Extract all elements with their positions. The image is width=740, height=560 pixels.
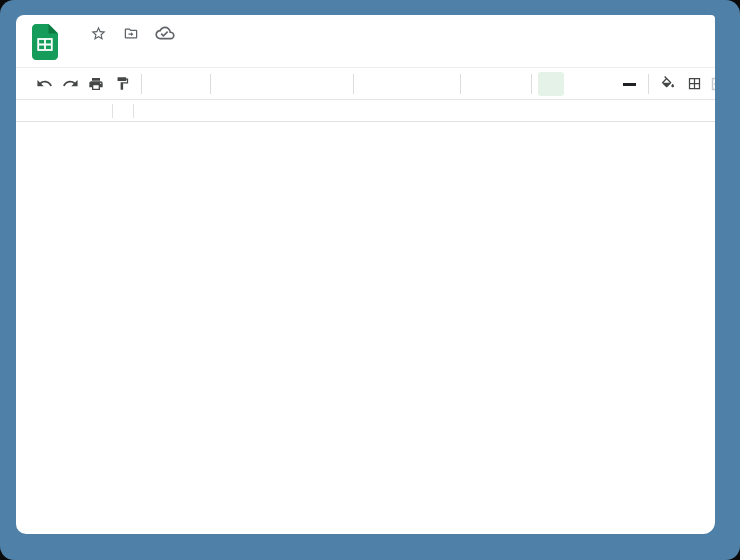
italic-button[interactable] [564,72,590,96]
formula-separator [133,104,134,118]
menu-bar [68,47,715,67]
move-to-folder-icon[interactable] [122,26,140,41]
formula-input[interactable] [144,100,715,121]
title-row [75,21,175,45]
toolbar-separator [353,74,354,94]
print-button[interactable] [83,72,109,96]
toolbar [16,68,715,100]
undo-button[interactable] [31,72,57,96]
sheets-window [16,15,715,534]
merge-cells-button[interactable] [707,72,715,96]
paint-format-button[interactable] [109,72,135,96]
strikethrough-button[interactable] [590,72,616,96]
number-format-button[interactable] [321,72,347,96]
title-bar [16,15,715,68]
zoom-select[interactable] [148,72,204,96]
increase-decimal-button[interactable] [295,72,321,96]
decrease-decimal-button[interactable] [269,72,295,96]
screenshot-frame [0,0,740,560]
toolbar-separator [648,74,649,94]
fill-color-button[interactable] [655,72,681,96]
font-size-select[interactable] [467,72,525,96]
cloud-saved-icon[interactable] [155,25,175,41]
currency-format-button[interactable] [217,72,243,96]
star-icon[interactable] [90,25,107,42]
redo-button[interactable] [57,72,83,96]
bold-button[interactable] [538,72,564,96]
formula-separator [112,104,113,118]
text-color-button[interactable] [616,72,642,96]
borders-button[interactable] [681,72,707,96]
toolbar-separator [141,74,142,94]
toolbar-separator [210,74,211,94]
font-family-select[interactable] [360,72,454,96]
toolbar-separator [531,74,532,94]
formula-bar [16,100,715,122]
text-color-bar [623,83,636,86]
toolbar-separator [460,74,461,94]
percent-format-button[interactable] [243,72,269,96]
sheets-logo-icon[interactable] [32,24,58,64]
